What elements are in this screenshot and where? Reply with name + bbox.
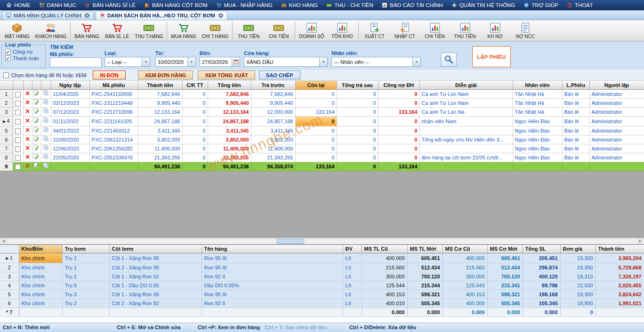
view-row-button[interactable] — [41, 162, 51, 171]
row-header[interactable]: 1 — [0, 89, 13, 98]
toolbar-khach-hang[interactable]: KHÁCH HÀNG — [32, 21, 70, 41]
detail-row-header[interactable]: 6 — [0, 299, 19, 308]
menu-item-home[interactable]: HOME — [2, 0, 35, 10]
edit-row-button[interactable] — [32, 162, 41, 171]
toolbar-kh-no[interactable]: KH NỢ — [480, 21, 510, 41]
edit-row-button[interactable] — [32, 126, 41, 135]
chevron-down-icon[interactable]: ▼ — [412, 57, 420, 66]
order-row[interactable]: 612/06/2020PXC-20612213143,802,00003,802… — [0, 135, 644, 144]
order-row[interactable]: 712/06/2020PXC-206125628211,406,000011,4… — [0, 144, 644, 153]
detail-column-header-don-gia[interactable]: Đơn giá — [560, 245, 596, 253]
detail-row-header[interactable]: 5 — [0, 290, 19, 299]
menu-item-ban-hang-si-le[interactable]: BÁN HÀNG SỈ LẺ — [80, 0, 139, 10]
toolbar-chi-t-hang[interactable]: CHI T.HÀNG — [199, 21, 232, 41]
column-header-thanh-tien[interactable]: Thành tiền — [138, 81, 182, 89]
column-header-ma-phieu[interactable]: Mã phiếu — [89, 81, 138, 89]
detail-column-header-tong-sl[interactable]: Tổng SL — [523, 245, 560, 253]
detail-row-header[interactable]: 2 — [0, 263, 19, 272]
close-icon[interactable] — [218, 13, 224, 18]
detail-column-header-ten-hang[interactable]: Tên hàng — [201, 245, 343, 253]
menu-item-quan-tri-he-thong[interactable]: QUẢN TRỊ HỆ THỐNG — [447, 0, 519, 10]
order-row[interactable]: 307/12/2022PXC-221271009612,133,164012,1… — [0, 107, 644, 116]
detail-row[interactable]: 5Kho chínhTrụ 3Cột 1 - Xăng Ron 95Ron 95… — [0, 290, 644, 299]
row-header[interactable]: ▶4 — [0, 116, 13, 126]
type-select[interactable]: -- Loại -- ▼ — [105, 57, 150, 67]
row-header[interactable]: 8 — [0, 153, 13, 162]
view-row-button[interactable] — [41, 153, 51, 162]
row-select-checkbox[interactable] — [15, 101, 21, 106]
calendar-button[interactable] — [232, 57, 240, 66]
toolbar-doanh-so[interactable]: DOANH SỐ — [296, 21, 327, 41]
order-row[interactable]: ▶401/11/2022PXC-221116102624,857,188024,… — [0, 116, 644, 126]
detail-column-header-tru-bom[interactable]: Trụ bơm — [62, 245, 109, 253]
row-header[interactable]: 5 — [0, 126, 13, 135]
detail-column-header-dv[interactable]: ĐV — [343, 245, 362, 253]
row-select-checkbox[interactable] — [15, 119, 21, 125]
detail-row-header[interactable]: 3 — [0, 272, 19, 281]
column-header-dien-giai[interactable]: Diễn giải — [419, 81, 513, 89]
toolbar-thu-t-hang[interactable]: THU T.HÀNG — [132, 21, 166, 41]
edit-row-button[interactable] — [32, 135, 41, 144]
from-date-picker[interactable]: 10/02/2020 ▼ — [155, 57, 196, 67]
filter-checkbox-thanh-toan[interactable]: Thanh toán — [5, 55, 45, 61]
toolbar-ban-hang[interactable]: BÁN HÀNG — [72, 21, 102, 41]
row-select-checkbox[interactable] — [15, 146, 21, 152]
scroll-left-arrow[interactable]: ◄ — [0, 238, 7, 244]
column-header-l-phieu[interactable]: L.Phiếu — [562, 81, 589, 89]
print-select-checkbox[interactable] — [3, 72, 9, 78]
scroll-right-arrow[interactable]: ► — [637, 238, 644, 244]
create-voucher-button[interactable]: LẬP PHIẾU — [472, 46, 511, 67]
menu-item-mua-nhap-hang[interactable]: MUA - NHẬP HÀNG — [212, 0, 277, 10]
view-row-button[interactable] — [41, 116, 51, 126]
menu-item-danh-muc[interactable]: DANH MỤC — [35, 0, 80, 10]
detail-row[interactable]: ▶1Kho chínhTrụ 1Cột 1 - Xăng Ron 95Ron 9… — [0, 253, 644, 263]
toolbar-mua-hang[interactable]: MUA HÀNG — [168, 21, 199, 41]
column-header-c-k-tt[interactable]: C/K TT — [182, 81, 208, 89]
close-icon[interactable] — [84, 13, 90, 18]
detail-row-header[interactable]: ▶1 — [0, 253, 19, 263]
row-header[interactable]: 7 — [0, 144, 13, 153]
view-row-button[interactable] — [41, 107, 51, 116]
detail-column-header-ms-co-cu[interactable]: MS Cơ Cũ — [443, 245, 487, 253]
print-order-button[interactable]: IN ĐƠN — [93, 71, 125, 79]
menu-item-kho-hang[interactable]: KHO HÀNG — [277, 0, 322, 10]
toolbar-xuat-ct[interactable]: XUẤT CT — [360, 21, 390, 41]
column-header-tong-tra-sau[interactable]: Tổng trả sau — [337, 81, 378, 89]
chevron-down-icon[interactable]: ▼ — [187, 57, 195, 66]
detail-column-header-ms-tl-cu[interactable]: MS TL Cũ — [362, 245, 407, 253]
chevron-down-icon[interactable]: ▼ — [319, 57, 327, 66]
order-row[interactable]: 822/05/2020PXC-205233697621,393,255021,3… — [0, 153, 644, 162]
toolbar-nhap-ct[interactable]: NHẬP CT — [390, 21, 420, 41]
delete-row-button[interactable] — [23, 116, 32, 126]
chevron-down-icon[interactable]: ▼ — [142, 57, 150, 66]
column-header-ngay-lap[interactable]: Ngày lập — [51, 81, 89, 89]
detail-column-header-ms-tl-moi[interactable]: MS TL Mới — [407, 245, 443, 253]
detail-row[interactable]: 6Kho chínhTrụ 2Cột 2 - Xăng Ron 92Ron 92… — [0, 299, 644, 308]
delete-row-button[interactable] — [23, 135, 32, 144]
delete-row-button[interactable] — [23, 162, 32, 171]
menu-item-ban-hang-cot-bom[interactable]: BÁN HÀNG CỘT BƠM — [140, 0, 212, 10]
row-select-checkbox[interactable] — [15, 92, 21, 97]
edit-row-button[interactable] — [32, 153, 41, 162]
order-row[interactable]: 111/04/2025PXC-25411326957,582,84607,582… — [0, 89, 644, 98]
detail-column-header-thanh-tien[interactable]: Thành tiền — [596, 245, 644, 253]
to-date-picker[interactable]: 27/03/2026 — [200, 57, 240, 67]
detail-column-header-cot-bom[interactable]: Cột bơm — [109, 245, 201, 253]
delete-row-button[interactable] — [23, 98, 32, 107]
menu-item-tro-giup[interactable]: ?TRỢ GIÚP — [519, 0, 563, 10]
view-row-button[interactable] — [41, 98, 51, 107]
search-button[interactable] — [441, 53, 457, 67]
edit-row-button[interactable] — [32, 144, 41, 153]
view-row-button[interactable] — [41, 126, 51, 135]
delete-row-button[interactable] — [23, 126, 32, 135]
toolbar-mat-hang[interactable]: MẶT HÀNG — [2, 21, 32, 41]
detail-column-header-ms-co-moi[interactable]: MS Cơ Mới — [487, 245, 523, 253]
view-row-button[interactable] — [41, 89, 51, 98]
store-select[interactable]: XĂNG DẦU ▼ — [244, 57, 328, 67]
employee-select[interactable]: --- Nhân viên -- ▼ — [331, 57, 421, 67]
toolbar-ban-si-le[interactable]: BÁN SỈ, LẺ — [102, 21, 132, 41]
column-header-cong-no-dh[interactable]: Công nợ ĐH — [378, 81, 419, 89]
tab-sales-list[interactable]: ! DANH SÁCH BÁN HÀ...HEO TRỤ, CỘT BƠM — [96, 11, 227, 20]
detail-row[interactable]: 2Kho chínhTrụ 1Cột 2 - Xăng Ron 95Ron 95… — [0, 263, 644, 272]
horizontal-scrollbar[interactable]: ◄ ► — [0, 238, 644, 244]
